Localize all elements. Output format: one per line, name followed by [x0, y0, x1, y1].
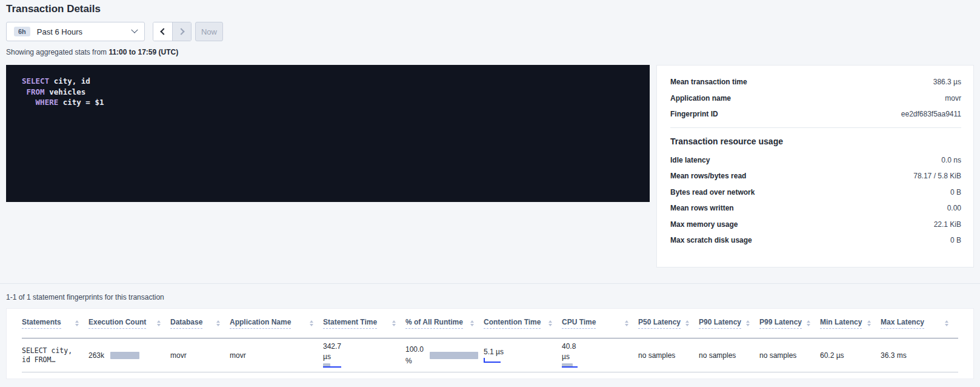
statement-time-bar [323, 363, 359, 369]
sql-line: WHERE city = $1 [22, 97, 650, 108]
cpu-time-bar [562, 363, 598, 369]
resource-usage-heading: Transaction resource usage [670, 136, 961, 146]
sort-icon [945, 320, 948, 326]
cell-max-latency: 36.3 ms [881, 351, 958, 360]
statements-table: Statements Execution Count Database Appl… [6, 308, 974, 379]
statement-row: SELECT city, id FROM… 263k movr movr 342… [22, 338, 958, 372]
cell-application-name: movr [230, 351, 323, 360]
chevron-right-icon [178, 28, 184, 35]
contention-time-bar [484, 358, 503, 363]
chevron-down-icon [131, 27, 138, 33]
time-range-value: 11:00 to 17:59 (UTC) [108, 48, 178, 56]
cell-p99-latency: no samples [759, 351, 820, 360]
stat-row-max-scratch-disk-usage: Max scratch disk usage 0 B [670, 232, 961, 249]
cell-cpu-time: 40.8 µs [562, 342, 638, 369]
sort-icon [625, 320, 628, 326]
cell-statement-time: 342.7 µs [323, 342, 405, 369]
stat-row-mean-transaction-time: Mean transaction time 386.3 µs [670, 74, 961, 90]
stat-row-max-memory-usage: Max memory usage 22.1 KiB [670, 217, 961, 233]
sort-icon [392, 320, 396, 326]
now-button[interactable]: Now [195, 22, 223, 41]
section-divider [0, 283, 980, 284]
sort-icon [216, 320, 220, 326]
time-range-badge: 6h [14, 27, 30, 36]
stat-row-application-name: Application name movr [670, 90, 961, 107]
sort-icon [807, 320, 810, 326]
cell-min-latency: 60.2 µs [820, 351, 881, 360]
time-range-dropdown[interactable]: 6h Past 6 Hours [6, 22, 145, 41]
col-header-execution-count[interactable]: Execution Count [88, 318, 170, 329]
fingerprint-count-summary: 1-1 of 1 statement fingerprints for this… [6, 293, 164, 301]
col-header-p99-latency[interactable]: P99 Latency [759, 318, 820, 329]
time-range-nav [153, 22, 192, 41]
col-header-p90-latency[interactable]: P90 Latency [699, 318, 759, 329]
sql-query-box: SELECT city, id FROM vehicles WHERE city… [6, 65, 650, 202]
transaction-overview-panel: Mean transaction time 386.3 µs Applicati… [656, 65, 974, 268]
col-header-cpu-time[interactable]: CPU Time [562, 318, 638, 329]
col-header-p50-latency[interactable]: P50 Latency [638, 318, 699, 329]
col-header-statement-time[interactable]: Statement Time [323, 318, 405, 329]
col-header-min-latency[interactable]: Min Latency [820, 318, 881, 329]
sql-line: SELECT city, id [22, 76, 650, 87]
col-header-statements[interactable]: Statements [22, 318, 88, 329]
sort-icon [867, 320, 871, 326]
aggregated-stats-subtitle: Showing aggregated stats from 11:00 to 1… [6, 48, 178, 56]
col-header-database[interactable]: Database [170, 318, 230, 329]
col-header-pct-of-all-runtime[interactable]: % of All Runtime [405, 318, 484, 329]
cell-contention-time: 5.1 µs [484, 348, 562, 363]
sort-icon [75, 320, 79, 326]
col-header-contention-time[interactable]: Contention Time [484, 318, 562, 329]
page-title: Transaction Details [6, 3, 101, 15]
sort-icon [746, 320, 750, 326]
sql-line: FROM vehicles [22, 87, 650, 98]
cell-database: movr [170, 351, 230, 360]
statements-table-header: Statements Execution Count Database Appl… [22, 309, 958, 338]
cell-execution-count: 263k [88, 351, 170, 360]
sort-icon [310, 320, 313, 326]
cell-pct-of-all-runtime: 100.0 % [405, 345, 484, 365]
runtime-bar [430, 352, 478, 359]
stat-row-mean-rows-written: Mean rows written 0.00 [670, 200, 961, 217]
sort-icon [470, 320, 474, 326]
col-header-max-latency[interactable]: Max Latency [881, 318, 958, 329]
statement-link[interactable]: SELECT city, id FROM… [22, 346, 88, 365]
stat-row-bytes-read-over-network: Bytes read over network 0 B [670, 184, 961, 201]
sort-icon [685, 320, 689, 326]
execution-count-bar [110, 352, 139, 359]
time-range-label: Past 6 Hours [37, 27, 82, 36]
cell-p50-latency: no samples [638, 351, 699, 360]
prev-range-button[interactable] [153, 22, 172, 41]
cell-p90-latency: no samples [699, 351, 759, 360]
next-range-button[interactable] [172, 22, 191, 41]
stat-row-mean-rows-bytes-read: Mean rows/bytes read 78.17 / 5.8 KiB [670, 168, 961, 184]
col-header-application-name[interactable]: Application Name [230, 318, 323, 329]
sort-icon [548, 320, 552, 326]
stat-row-idle-latency: Idle latency 0.0 ns [670, 152, 961, 169]
stat-row-fingerprint-id: Fingerprint ID ee2df683f5aa9411 [670, 106, 961, 123]
chevron-left-icon [160, 28, 167, 35]
sort-icon [157, 320, 161, 326]
panel-divider [670, 127, 961, 128]
